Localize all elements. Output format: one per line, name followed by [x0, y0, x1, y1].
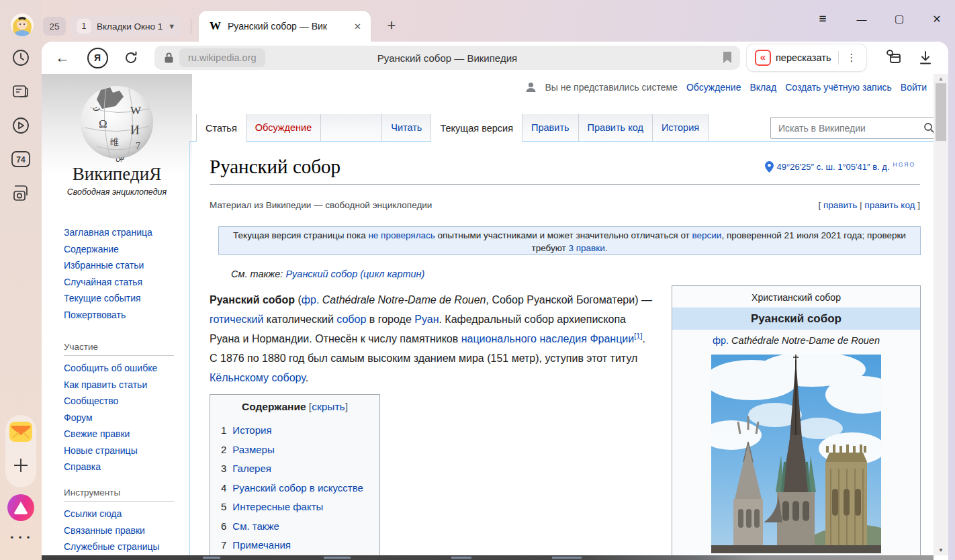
inline-link[interactable]: править код [864, 200, 915, 210]
personal-link-contribs[interactable]: Вклад [749, 82, 776, 93]
rail-more-icon[interactable]: • • • [0, 532, 42, 543]
tabs-count-badge[interactable]: 74 [0, 150, 42, 168]
toc-item[interactable]: 2Размеры [221, 440, 379, 460]
add-shortcut-icon[interactable] [0, 457, 42, 474]
tab-edit-source[interactable]: Править код [579, 114, 653, 141]
toc-list: 1История 2Размеры 3Галерея 4Руанский соб… [221, 421, 379, 555]
lock-icon [164, 52, 174, 64]
inline-link[interactable]: версии [692, 230, 722, 240]
inline-link[interactable]: собор [336, 314, 366, 325]
article-byline-row: Материал из Википедии — свободной энцикл… [210, 200, 920, 210]
inline-link[interactable]: Кёльнскому собору [210, 372, 306, 383]
video-play-icon[interactable] [0, 116, 42, 135]
inline-link[interactable]: [1] [634, 332, 642, 340]
inline-link[interactable]: фр. [713, 335, 729, 346]
wikipedia-wordmark[interactable]: ВикипедиЯ [42, 164, 192, 185]
scroll-up-icon[interactable]: ▲ [934, 76, 948, 82]
tab-article[interactable]: Статья [196, 114, 246, 142]
edit-links[interactable]: [ править | править код ] [819, 200, 920, 210]
sidebar-item-random[interactable]: Случайная статья [64, 277, 142, 287]
sidebar-item-newpages[interactable]: Новые страницы [64, 445, 138, 456]
tab-close-icon[interactable]: ✕ [354, 21, 361, 32]
maximize-button[interactable]: ▢ [888, 8, 911, 30]
toc-item[interactable]: 1История [221, 421, 379, 440]
feed-panels-icon[interactable] [0, 83, 42, 101]
sidebar-item-currentevents[interactable]: Текущие события [64, 293, 141, 304]
svg-text:维: 维 [110, 137, 119, 147]
yandex-mail-icon[interactable] [0, 420, 42, 443]
inline-link[interactable]: Руанский собор (цикл картин) [285, 269, 424, 279]
screenshot-icon[interactable] [0, 183, 42, 203]
rail-badge-number: 74 [16, 155, 26, 165]
bookmark-icon[interactable] [723, 52, 732, 66]
inline-link[interactable]: править [823, 200, 857, 210]
new-tab-button[interactable]: + [381, 15, 402, 36]
sidebar-item-relatedchanges[interactable]: Связанные правки [64, 525, 145, 536]
inline-link[interactable]: Руан [414, 314, 439, 325]
url-domain[interactable]: ru.wikipedia.org [179, 48, 265, 67]
minimize-button[interactable]: — [850, 8, 873, 30]
personal-link-talk[interactable]: Обсуждение [686, 82, 741, 93]
sidebar-item-featured[interactable]: Избранные статьи [64, 260, 144, 271]
sidebar-item-donate[interactable]: Пожертвовать [64, 310, 126, 320]
history-icon[interactable] [0, 48, 42, 67]
cathedral-photo[interactable] [711, 355, 881, 553]
toc-item[interactable]: 3Галерея [221, 459, 379, 479]
active-browser-tab[interactable]: W Руанский собор — Вик ✕ [199, 11, 371, 42]
page-scrollbar[interactable]: ▲ ▼ [934, 74, 948, 555]
wiki-search-box[interactable] [770, 117, 934, 139]
sidebar-item-mainpage[interactable]: Заглавная страница [64, 227, 152, 238]
tab-talk[interactable]: Обсуждение [246, 114, 321, 141]
reload-button[interactable] [120, 46, 142, 69]
sidebar-item-howtoedit[interactable]: Как править статьи [64, 379, 147, 390]
tab-edit[interactable]: Править [522, 114, 579, 141]
wiki-search-input[interactable] [777, 122, 923, 134]
profile-avatar[interactable] [11, 13, 34, 36]
sidebar-item-whatlinkshere[interactable]: Ссылки сюда [64, 508, 122, 519]
browser-toolbar: ← Я ru.wikipedia.org Руанский собор — Ви… [42, 42, 948, 74]
inline-link[interactable]: 3 правки [569, 243, 605, 253]
inline-link[interactable]: фр. [302, 294, 320, 306]
tab-group-selector[interactable]: 1 Вкладки Окно 1 ▼ [70, 15, 182, 37]
personal-link-createaccount[interactable]: Создать учётную запись [785, 82, 892, 93]
close-window-button[interactable]: ✕ [925, 8, 948, 30]
personal-link-login[interactable]: Войти [901, 82, 927, 93]
browser-menu-button[interactable]: ≡ [811, 8, 834, 30]
back-button[interactable]: ← [51, 46, 74, 69]
toc-hide-link[interactable]: скрыть [312, 401, 345, 412]
toc-item[interactable]: 7Примечания [221, 536, 379, 555]
tab-history[interactable]: История [653, 114, 709, 141]
wikipedia-globe-logo[interactable]: W И Ω 维 ث 7 ڛ [77, 81, 157, 162]
retell-more-icon[interactable]: ⋮ [846, 52, 857, 64]
sidebar-item-recentchanges[interactable]: Свежие правки [64, 428, 130, 439]
toc-item[interactable]: 6См. также [221, 517, 379, 536]
inline-link[interactable]: готический [210, 314, 263, 325]
sidebar-nav-participation: Сообщить об ошибке Как править статьи Со… [64, 360, 157, 475]
downloads-icon[interactable] [919, 50, 932, 65]
yandex-home-button[interactable]: Я [86, 46, 109, 69]
collections-icon[interactable] [884, 50, 903, 66]
alice-assistant-icon[interactable] [7, 494, 34, 521]
toc-item[interactable]: 4Руанский собор в искусстве [221, 479, 379, 498]
toc-item[interactable]: 5Интересные факты [221, 498, 379, 517]
sidebar-item-community[interactable]: Сообщество [64, 395, 118, 406]
retell-button[interactable]: « пересказать ⋮ [747, 44, 866, 71]
sidebar-item-forum[interactable]: Форум [64, 412, 93, 423]
tab-current-version[interactable]: Текущая версия [431, 114, 522, 142]
address-bar[interactable]: ru.wikipedia.org Руанский собор — Википе… [154, 46, 740, 70]
sidebar-item-contents[interactable]: Содержание [64, 244, 119, 254]
scrollbar-thumb[interactable] [936, 83, 946, 141]
sidebar-item-help[interactable]: Справка [64, 461, 101, 472]
tabs-counter-badge[interactable]: 25 [43, 17, 66, 36]
reload-icon [124, 50, 138, 65]
tab-read[interactable]: Читать [382, 114, 431, 141]
sidebar-item-reporterror[interactable]: Сообщить об ошибке [64, 363, 157, 373]
inline-link[interactable]: национального наследия Франции [461, 333, 635, 344]
svg-text:Ω: Ω [99, 118, 107, 130]
inline-link[interactable]: не проверялась [368, 230, 435, 240]
scroll-down-icon[interactable]: ▼ [934, 547, 948, 553]
search-icon[interactable] [923, 122, 934, 134]
sidebar-item-specialpages[interactable]: Служебные страницы [64, 541, 160, 552]
browser-content-window: ← Я ru.wikipedia.org Руанский собор — Ви… [42, 42, 948, 560]
anon-notice: Вы не представились системе [545, 82, 677, 93]
